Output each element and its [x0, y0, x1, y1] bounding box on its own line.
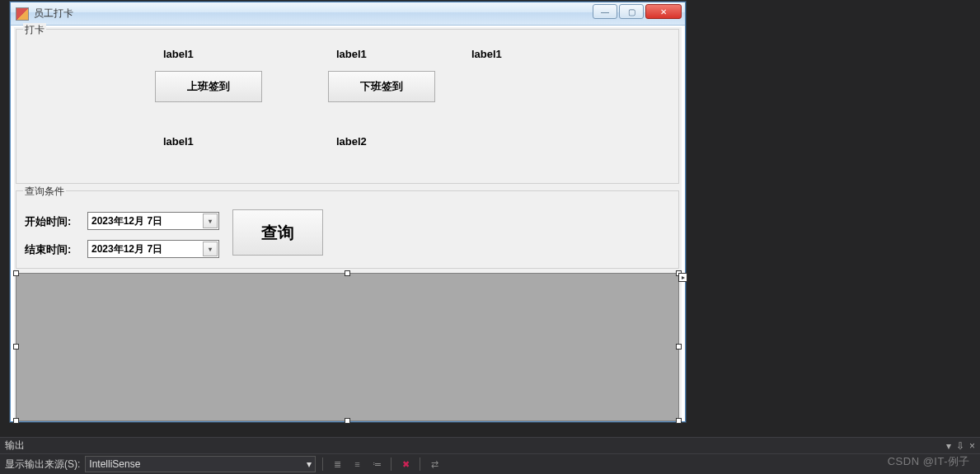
groupbox-query-title: 查询条件: [23, 185, 66, 199]
window-title: 员工打卡: [34, 7, 73, 21]
label-top-3: label1: [471, 48, 502, 60]
label-bottom-1: label1: [163, 135, 194, 148]
sync-icon[interactable]: ⇄: [427, 457, 442, 472]
client-area: 打卡 label1 label1 label1 上班签到 下班签到 label1…: [14, 27, 682, 418]
label-top-1: label1: [163, 48, 194, 60]
stop-icon[interactable]: ✖: [398, 457, 413, 472]
window-controls: — ▢ ✕: [593, 4, 682, 19]
toggle-list-icon[interactable]: ≔: [369, 457, 384, 472]
checkout-button[interactable]: 下班签到: [328, 71, 435, 102]
titlebar[interactable]: 员工打卡 — ▢ ✕: [11, 2, 685, 26]
maximize-button[interactable]: ▢: [619, 4, 644, 19]
checkin-button[interactable]: 上班签到: [155, 71, 262, 102]
designer-surface: 员工打卡 — ▢ ✕ 打卡 label1 label1 label1 上班签到 …: [0, 0, 980, 437]
calendar-drop-icon[interactable]: ▾: [203, 214, 218, 228]
groupbox-checkin: 打卡 label1 label1 label1 上班签到 下班签到 label1…: [16, 29, 679, 184]
chevron-down-icon: ▾: [307, 458, 312, 470]
resize-handle[interactable]: [13, 344, 19, 350]
calendar-drop-icon[interactable]: ▾: [203, 242, 218, 256]
output-source-value: IntelliSense: [89, 458, 140, 470]
dropdown-icon[interactable]: ▾: [946, 440, 951, 452]
end-date-text: 2023年12月 7日: [88, 242, 203, 256]
smart-tag-icon[interactable]: [678, 273, 687, 282]
toolbar-separator: [391, 458, 392, 471]
pin-icon[interactable]: ⇩: [956, 440, 964, 452]
output-source-select[interactable]: IntelliSense ▾: [85, 456, 316, 472]
label-top-2: label1: [336, 48, 367, 60]
resize-handle[interactable]: [345, 270, 350, 276]
clear-icon[interactable]: ≣: [330, 457, 345, 472]
resize-handle[interactable]: [676, 418, 682, 424]
resize-handle[interactable]: [13, 418, 19, 424]
end-time-label: 结束时间:: [25, 242, 71, 257]
end-datepicker[interactable]: 2023年12月 7日 ▾: [87, 240, 219, 258]
resize-handle[interactable]: [676, 344, 682, 350]
toggle-wrap-icon[interactable]: ≡: [349, 457, 364, 472]
start-datepicker[interactable]: 2023年12月 7日 ▾: [87, 212, 219, 230]
groupbox-query: 查询条件 开始时间: 2023年12月 7日 ▾ 结束时间: 2023年12月 …: [16, 190, 679, 269]
resize-handle[interactable]: [13, 270, 19, 276]
toolbar-separator: [420, 458, 420, 471]
form-employee-checkin: 员工打卡 — ▢ ✕ 打卡 label1 label1 label1 上班签到 …: [10, 2, 686, 422]
groupbox-checkin-title: 打卡: [23, 23, 46, 37]
output-panel-title: 输出: [5, 439, 25, 453]
toolbar-separator: [322, 458, 323, 471]
output-panel: 输出 ▾ ⇩ × 显示输出来源(S): IntelliSense ▾ ≣ ≡ ≔…: [0, 437, 980, 474]
datagridview[interactable]: [16, 273, 679, 421]
output-source-label: 显示输出来源(S):: [5, 458, 80, 472]
output-toolbar: 显示输出来源(S): IntelliSense ▾ ≣ ≡ ≔ ✖ ⇄: [0, 454, 980, 474]
close-button[interactable]: ✕: [645, 4, 682, 19]
app-icon: [16, 7, 29, 21]
close-panel-icon[interactable]: ×: [969, 440, 975, 452]
watermark: CSDN @IT-例子: [888, 454, 970, 469]
output-panel-header[interactable]: 输出 ▾ ⇩ ×: [0, 438, 980, 454]
resize-handle[interactable]: [345, 418, 350, 424]
start-time-label: 开始时间:: [25, 214, 71, 229]
label-bottom-2: label2: [336, 135, 367, 148]
query-button[interactable]: 查询: [232, 209, 323, 256]
start-date-text: 2023年12月 7日: [88, 214, 203, 228]
minimize-button[interactable]: —: [593, 4, 617, 19]
